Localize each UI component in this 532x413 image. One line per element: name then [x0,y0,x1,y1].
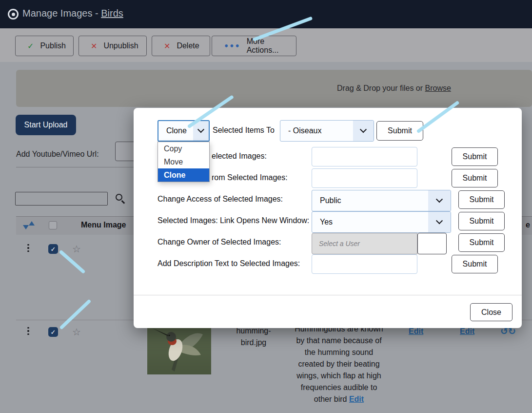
row-checkbox[interactable]: ✓ [48,327,58,337]
description-text: Hummingbirds are known by that name beca… [295,325,383,403]
favorite-star-icon[interactable]: ☆ [72,327,81,337]
new-window-select[interactable]: Yes [312,211,451,233]
section-divider [16,167,134,167]
unpublish-button[interactable]: ✕ Unpublish [79,36,147,56]
birds-category-link[interactable]: Birds [101,8,123,19]
tag-submit-button[interactable]: Submit [452,147,498,166]
access-submit-button[interactable]: Submit [458,190,505,209]
bulk-action-select[interactable]: Clone [158,120,210,142]
page: Manage Images - Birds ✓ Publish ✕ Unpubl… [0,0,532,413]
submit-label: Submit [463,152,487,161]
file-dropzone[interactable] [16,70,532,107]
unpublish-button-label: Unpublish [103,41,138,50]
target-category-value: - Oiseaux [280,126,321,135]
row-menu-icon[interactable] [26,326,31,336]
row-menu-icon[interactable] [26,243,31,253]
column-header-menu-image: Menu Image [81,221,126,229]
search-button[interactable] [115,193,127,205]
chevron-down-icon [353,121,374,141]
close-label: Close [481,308,501,317]
top-navbar: Manage Images - Birds [0,0,532,28]
description-edit-link[interactable]: Edit [349,395,364,403]
description-submit-button[interactable]: Submit [452,255,498,273]
annotation-line [59,299,92,330]
change-access-label: Change Access of Selected Images: [158,195,283,204]
chevron-down-icon [428,212,451,232]
column-header-fragment: e [526,221,530,229]
modal-footer-divider [134,295,522,295]
chevron-down-icon [428,190,451,211]
owner-picker-button[interactable] [417,233,447,254]
favorite-star-icon[interactable]: ☆ [72,244,81,254]
untag-input[interactable] [312,168,417,188]
publish-button-label: Publish [40,41,65,50]
bulk-action-value: Clone [158,126,187,135]
dropzone-text: Drag & Drop your files or Browse [337,84,451,93]
dropdown-option-clone[interactable]: Clone [158,168,209,182]
page-title-text: Manage Images - [22,8,101,19]
submit-label: Submit [470,238,494,247]
link-window-label: Selected Images: Link Opens New Window: [158,216,309,225]
row-checkbox[interactable]: ✓ [48,244,58,254]
browse-link[interactable]: Browse [425,84,451,92]
dropdown-option-copy[interactable]: Copy [158,142,209,155]
target-category-select[interactable]: - Oiseaux [280,120,374,142]
start-upload-label: Start Upload [24,121,68,129]
image-description: Hummingbirds are known by that name beca… [292,323,386,405]
tag-label-fragment: elected Images: [212,152,267,161]
search-icon [116,194,122,201]
untag-submit-button[interactable]: Submit [452,169,498,187]
start-upload-button[interactable]: Start Upload [16,115,76,135]
dropdown-option-move[interactable]: Move [158,155,209,168]
untag-label-fragment: rom Selected Images: [212,173,288,182]
change-owner-label: Change Owner of Selected Images: [158,238,281,247]
delete-button-label: Delete [177,41,199,50]
filename-line2: bird.jpg [224,337,283,349]
edit-menu-link[interactable]: Edit [409,327,423,336]
access-value: Public [312,196,341,205]
x-icon: ✕ [164,41,170,51]
check-icon: ✓ [27,41,34,51]
edit-title-link[interactable]: Edit [460,327,474,336]
selected-items-to-label: Selected Items To [213,126,275,135]
x-icon: ✕ [91,41,97,51]
youtube-url-label: Add Youtube/Vimeo Url: [16,150,99,159]
description-input[interactable] [312,254,417,274]
select-all-checkbox[interactable] [49,221,57,229]
window-submit-button[interactable]: Submit [458,212,505,230]
dropzone-prefix: Drag & Drop your files or [337,84,425,92]
sort-icon[interactable] [23,221,35,230]
owner-submit-button[interactable]: Submit [458,233,505,252]
delete-button[interactable]: ✕ Delete [152,36,210,56]
submit-label: Submit [463,174,487,183]
batch-actions-modal: Clone Selected Items To - Oiseaux Submit… [134,108,522,328]
record-icon [8,9,19,20]
publish-button[interactable]: ✓ Publish [15,36,74,56]
ellipsis-icon: ••• [224,41,240,51]
close-button[interactable]: Close [470,303,512,321]
new-window-value: Yes [312,218,333,227]
hummingbird-thumbnail[interactable] [147,325,211,374]
add-description-label: Add Description Text to Selected Images: [158,259,300,268]
image-filename: humming- bird.jpg [224,325,283,349]
check-icon: ✓ [51,329,56,336]
search-input[interactable] [15,192,108,206]
owner-select-input[interactable]: Select a User [312,233,417,254]
bulk-action-dropdown: Copy Move Clone [158,142,210,182]
submit-label: Submit [388,126,412,135]
submit-label: Submit [463,260,487,268]
submit-label: Submit [470,195,494,204]
access-select[interactable]: Public [312,190,451,211]
owner-placeholder: Select a User [319,240,360,248]
tag-input[interactable] [312,147,417,166]
page-title: Manage Images - Birds [22,8,123,19]
check-icon: ✓ [51,246,56,253]
submit-label: Submit [470,217,494,226]
